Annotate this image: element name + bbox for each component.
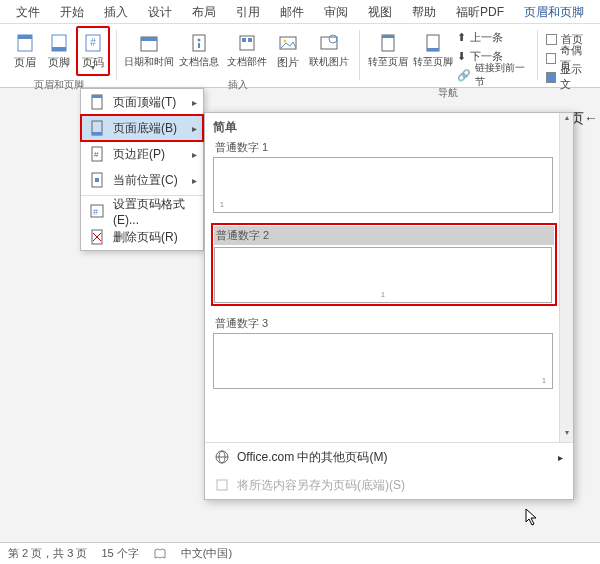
menu-page-bottom-label: 页面底端(B) xyxy=(113,120,177,137)
tab-file[interactable]: 文件 xyxy=(6,0,50,24)
gallery-item-pn1[interactable]: 普通数字 1 1 xyxy=(213,140,569,213)
page-number-gallery: 简单 普通数字 1 1 普通数字 2 1 普通数字 3 1 ▴ ▾ Of xyxy=(204,112,574,500)
gallery-scrollbar[interactable]: ▴ ▾ xyxy=(559,113,573,442)
tab-insert[interactable]: 插入 xyxy=(94,0,138,24)
quickparts-button[interactable]: 文档部件 xyxy=(223,26,271,76)
svg-rect-23 xyxy=(92,95,102,98)
pictures-button[interactable]: 图片 xyxy=(271,26,305,76)
checkbox-icon xyxy=(546,53,556,64)
gallery-preview: 1 xyxy=(213,157,553,213)
page-number-menu: 页面顶端(T) ▸ 页面底端(B) ▸ # 页边距(P) ▸ 当前位置(C) ▸… xyxy=(80,88,204,251)
datetime-button[interactable]: 日期和时间 xyxy=(123,26,175,76)
link-prev-label: 链接到前一节 xyxy=(475,61,529,89)
mouse-cursor-icon xyxy=(525,508,539,526)
checkbox-icon xyxy=(546,72,556,83)
gallery-save-selection-label: 将所选内容另存为页码(底端)(S) xyxy=(237,477,405,494)
svg-rect-12 xyxy=(242,38,246,42)
footer-button[interactable]: 页脚 xyxy=(42,26,76,76)
tab-references[interactable]: 引用 xyxy=(226,0,270,24)
link-prev-button[interactable]: 🔗链接到前一节 xyxy=(455,66,531,84)
separator xyxy=(116,30,117,80)
menu-page-margin[interactable]: # 页边距(P) ▸ xyxy=(81,141,203,167)
svg-point-9 xyxy=(197,39,200,42)
gallery-preview: 1 xyxy=(214,247,552,303)
remove-icon xyxy=(89,229,105,245)
status-lang[interactable]: 中文(中国) xyxy=(181,546,232,561)
goto-header-icon xyxy=(378,33,398,53)
menu-page-bottom[interactable]: 页面底端(B) ▸ xyxy=(81,115,203,141)
current-pos-icon xyxy=(89,172,105,188)
menu-remove-pagenum[interactable]: 删除页码(R) xyxy=(81,224,203,250)
gallery-item-pn2[interactable]: 普通数字 2 1 xyxy=(213,225,555,304)
menu-page-top[interactable]: 页面顶端(T) ▸ xyxy=(81,89,203,115)
goto-footer-icon xyxy=(423,33,443,53)
chevron-right-icon: ▸ xyxy=(192,175,197,186)
chevron-right-icon: ▸ xyxy=(192,97,197,108)
svg-rect-38 xyxy=(217,480,227,490)
menu-current-pos[interactable]: 当前位置(C) ▸ xyxy=(81,167,203,193)
gallery-preview: 1 xyxy=(213,333,553,389)
header-button[interactable]: 页眉 xyxy=(8,26,42,76)
pictures-label: 图片 xyxy=(277,55,299,70)
tab-mail[interactable]: 邮件 xyxy=(270,0,314,24)
show-doc-checkbox[interactable]: 显示文 xyxy=(544,68,592,86)
tab-header-footer[interactable]: 页眉和页脚 xyxy=(514,0,594,24)
svg-rect-29 xyxy=(95,178,99,182)
prev-icon: ⬆ xyxy=(457,31,466,44)
docinfo-icon xyxy=(189,33,209,53)
tab-layout[interactable]: 布局 xyxy=(182,0,226,24)
online-pictures-button[interactable]: 联机图片 xyxy=(305,26,353,76)
svg-point-17 xyxy=(329,35,337,43)
quickparts-label: 文档部件 xyxy=(227,55,267,69)
tab-home[interactable]: 开始 xyxy=(50,0,94,24)
tab-view[interactable]: 视图 xyxy=(358,0,402,24)
gallery-office-more[interactable]: Office.com 中的其他页码(M) ▸ xyxy=(205,443,573,471)
goto-footer-button[interactable]: 转至页脚 xyxy=(410,26,455,76)
chevron-down-icon: ▾ xyxy=(91,63,95,72)
svg-rect-3 xyxy=(52,47,66,51)
quickparts-icon xyxy=(237,33,257,53)
page-top-icon xyxy=(89,94,105,110)
chevron-right-icon: ▸ xyxy=(192,123,197,134)
page-number-button[interactable]: # 页码 ▾ xyxy=(76,26,110,76)
docinfo-button[interactable]: 文档信息 xyxy=(175,26,223,76)
tab-review[interactable]: 审阅 xyxy=(314,0,358,24)
prev-button[interactable]: ⬆上一条 xyxy=(455,28,531,46)
svg-rect-7 xyxy=(141,37,157,41)
gallery-item-title: 普通数字 3 xyxy=(213,316,569,331)
nav-small-col: ⬆上一条 ⬇下一条 🔗链接到前一节 xyxy=(455,26,531,84)
menu-format-pagenum[interactable]: # 设置页码格式(E)... xyxy=(81,198,203,224)
status-page[interactable]: 第 2 页，共 3 页 xyxy=(8,546,87,561)
gallery-section-simple: 简单 xyxy=(213,119,569,136)
calendar-icon xyxy=(139,33,159,53)
menu-current-pos-label: 当前位置(C) xyxy=(113,172,178,189)
group-label-insert: 插入 xyxy=(228,78,248,90)
scroll-up-icon[interactable]: ▴ xyxy=(560,113,573,127)
tab-foxit[interactable]: 福昕PDF xyxy=(446,0,514,24)
datetime-label: 日期和时间 xyxy=(124,55,174,69)
scroll-down-icon[interactable]: ▾ xyxy=(560,428,573,442)
menu-page-top-label: 页面顶端(T) xyxy=(113,94,176,111)
gallery-office-more-label: Office.com 中的其他页码(M) xyxy=(237,449,387,466)
group-header-footer: 页眉 页脚 # 页码 ▾ 页眉和页脚 xyxy=(4,26,114,87)
save-icon xyxy=(215,478,229,492)
ribbon-tabs: 文件 开始 插入 设计 布局 引用 邮件 审阅 视图 帮助 福昕PDF 页眉和页… xyxy=(0,0,600,24)
gallery-body: 简单 普通数字 1 1 普通数字 2 1 普通数字 3 1 ▴ ▾ xyxy=(205,113,573,442)
goto-footer-label: 转至页脚 xyxy=(413,55,453,69)
gallery-item-pn3[interactable]: 普通数字 3 1 xyxy=(213,316,569,389)
menu-page-margin-label: 页边距(P) xyxy=(113,146,165,163)
tab-design[interactable]: 设计 xyxy=(138,0,182,24)
chevron-right-icon: ▸ xyxy=(192,149,197,160)
gallery-footer: Office.com 中的其他页码(M) ▸ 将所选内容另存为页码(底端)(S) xyxy=(205,442,573,499)
svg-text:#: # xyxy=(94,150,99,159)
tab-help[interactable]: 帮助 xyxy=(402,0,446,24)
svg-text:#: # xyxy=(90,37,96,48)
preview-number: 1 xyxy=(381,291,385,298)
gallery-save-selection: 将所选内容另存为页码(底端)(S) xyxy=(205,471,573,499)
status-words[interactable]: 15 个字 xyxy=(101,546,138,561)
group-options: 首页 奇偶页 显示文 xyxy=(540,26,596,87)
svg-rect-19 xyxy=(382,35,394,38)
gallery-item-title: 普通数字 1 xyxy=(213,140,569,155)
page-number-icon: # xyxy=(83,33,103,53)
goto-header-button[interactable]: 转至页眉 xyxy=(366,26,411,76)
